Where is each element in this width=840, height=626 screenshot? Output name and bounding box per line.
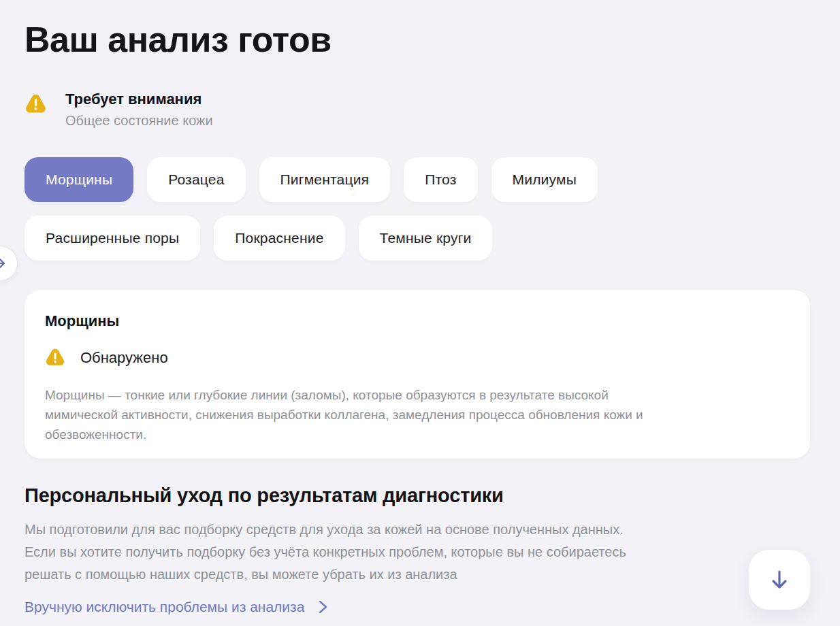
care-section-body: Мы подготовили для вас подборку средств … [25, 518, 810, 586]
status-sublabel: Общее состояние кожи [65, 113, 213, 129]
overall-status-texts: Требует внимания Общее состояние кожи [65, 90, 213, 129]
main-content: Ваш анализ готов Требует внимания Общее … [0, 0, 840, 615]
chip-rosacea[interactable]: Розацеа [147, 157, 245, 202]
chip-wrinkles[interactable]: Морщины [25, 157, 133, 202]
card-status: Обнаружено [45, 346, 790, 369]
exclude-problems-link[interactable]: Вручную исключить проблемы из анализа [25, 599, 329, 615]
chip-pigmentation[interactable]: Пигментация [259, 157, 391, 202]
card-status-label: Обнаружено [80, 349, 168, 367]
warning-icon [25, 92, 47, 117]
arrow-down-icon [766, 567, 792, 593]
status-label: Требует внимания [65, 90, 213, 108]
care-section-heading: Персональный уход по результатам диагнос… [25, 484, 810, 507]
page-title: Ваш анализ готов [25, 20, 810, 59]
arrow-right-icon [0, 256, 7, 271]
chip-enlarged-pores[interactable]: Расширенные поры [25, 216, 200, 261]
chip-ptosis[interactable]: Птоз [404, 157, 477, 202]
card-description: Морщины — тонкие или глубокие линии (зал… [45, 385, 790, 444]
problem-chips: Морщины Розацеа Пигментация Птоз Милиумы… [25, 157, 644, 261]
problem-detail-card: Морщины Обнаружено Морщины — тонкие или … [25, 290, 810, 459]
chevron-right-icon [317, 599, 329, 615]
overall-status: Требует внимания Общее состояние кожи [25, 90, 810, 129]
exclude-problems-link-label: Вручную исключить проблемы из анализа [25, 599, 304, 615]
chip-dark-circles[interactable]: Темные круги [359, 216, 493, 261]
chip-redness[interactable]: Покраснение [214, 216, 344, 261]
card-title: Морщины [45, 312, 790, 330]
warning-icon [45, 346, 65, 369]
analysis-page: { "page": { "title": "Ваш анализ готов" … [0, 0, 840, 626]
chip-milia[interactable]: Милиумы [491, 157, 598, 202]
scroll-down-button[interactable] [749, 550, 810, 610]
